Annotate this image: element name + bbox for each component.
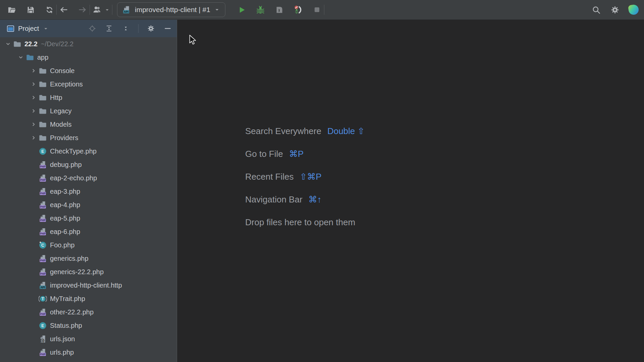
svg-text:API: API — [124, 10, 128, 13]
tree-item-label: other-22.2.php — [50, 308, 94, 316]
panel-title: Project — [18, 25, 39, 33]
stop-icon[interactable] — [312, 5, 322, 15]
editor-area[interactable]: Search EverywhereDouble ⇧Go to File⌘PRec… — [177, 20, 644, 362]
svg-text:API: API — [40, 286, 45, 289]
settings-gear-icon[interactable] — [610, 5, 620, 15]
tree-item-label: Console — [50, 67, 74, 75]
toolbar-divider — [56, 5, 57, 15]
chevron-down-icon[interactable] — [42, 24, 49, 33]
shortcut-hint-keys: Double ⇧ — [327, 126, 365, 136]
tree-item-providers[interactable]: Providers — [0, 131, 177, 144]
shortcut-hint-row: Navigation Bar⌘↑ — [245, 194, 365, 205]
tree-item-generics.php[interactable]: PHPgenerics.php — [0, 252, 177, 265]
save-all-icon[interactable] — [25, 5, 36, 15]
chevron-right-icon[interactable] — [29, 120, 38, 128]
folder-icon — [38, 80, 47, 88]
php-icon: PHP — [38, 267, 47, 276]
shortcut-hint-keys: ⇧⌘P — [300, 172, 322, 182]
user-avatar[interactable] — [628, 4, 639, 15]
panel-header-divider — [138, 24, 139, 33]
enum-icon: E — [38, 321, 47, 330]
tree-item-eap-4.php[interactable]: PHPeap-4.php — [0, 198, 177, 212]
tree-item-other-22.2.php[interactable]: PHPother-22.2.php — [0, 305, 177, 319]
user-dropdown-icon[interactable] — [92, 5, 102, 15]
locate-icon[interactable] — [88, 24, 97, 33]
php-icon: PHP — [38, 174, 47, 182]
tree-item-22.2[interactable]: 22.2~/Dev/22.2 — [0, 37, 177, 51]
tree-item-eap-5.php[interactable]: PHPeap-5.php — [0, 212, 177, 225]
expand-all-icon[interactable] — [105, 24, 113, 33]
tree-item-label: app — [37, 54, 48, 61]
sync-icon[interactable] — [44, 5, 54, 15]
tree-item-console[interactable]: Console — [0, 64, 177, 77]
hide-panel-icon[interactable] — [163, 24, 172, 33]
start-listening-php-debug-icon[interactable] — [293, 5, 303, 15]
chevron-right-icon[interactable] — [29, 67, 38, 75]
chevron-right-icon[interactable] — [29, 80, 38, 88]
chevron-right-icon[interactable] — [29, 94, 38, 102]
settings-gear-icon[interactable] — [147, 24, 155, 33]
tree-item-label: eap-4.php — [50, 201, 80, 209]
svg-text:PHP: PHP — [40, 232, 46, 235]
tree-item-label: generics.php — [50, 255, 89, 262]
tree-item-urls.php[interactable]: PHPurls.php — [0, 346, 177, 359]
php-icon: PHP — [38, 308, 47, 316]
chevron-right-icon[interactable] — [29, 134, 38, 142]
tree-item-exceptions[interactable]: Exceptions — [0, 77, 177, 91]
folder-icon — [13, 40, 21, 48]
tree-item-eap-6.php[interactable]: PHPeap-6.php — [0, 225, 177, 238]
project-tool-window-header[interactable]: Project — [0, 20, 177, 37]
tree-item-label: improved-http-client.http — [50, 282, 122, 289]
folder-source-icon — [25, 53, 34, 62]
tree-item-mytrait.php[interactable]: TMyTrait.php — [0, 292, 177, 305]
tree-item-foo.php[interactable]: CFoo.php — [0, 238, 177, 252]
tree-item-checktype.php[interactable]: ECheckType.php — [0, 144, 177, 158]
tree-item-generics-22.2.php[interactable]: PHPgenerics-22.2.php — [0, 265, 177, 279]
svg-text:{}: {} — [41, 339, 43, 343]
open-file-icon[interactable] — [7, 5, 17, 15]
tree-item-partial[interactable]: PHP — [0, 359, 177, 362]
class-icon: C — [38, 241, 47, 249]
search-everywhere-icon[interactable] — [591, 5, 601, 15]
tree-indent — [29, 335, 38, 343]
chevron-right-icon[interactable] — [29, 107, 38, 115]
tree-indent — [29, 308, 38, 316]
forward-icon[interactable] — [77, 5, 88, 15]
tree-item-label: MyTrait.php — [50, 295, 85, 303]
tree-item-urls.json[interactable]: {}urls.json — [0, 332, 177, 346]
tree-item-label: eap-2-echo.php — [50, 174, 97, 182]
tree-item-models[interactable]: Models — [0, 118, 177, 131]
tree-item-eap-3.php[interactable]: PHPeap-3.php — [0, 185, 177, 198]
php-icon: PHP — [38, 348, 47, 357]
chevron-down-icon[interactable] — [104, 5, 110, 15]
drop-files-hint: Drop files here to open them — [245, 217, 365, 228]
collapse-all-icon[interactable] — [121, 24, 130, 33]
api-icon: API — [38, 281, 47, 290]
run-with-coverage-icon[interactable] — [274, 5, 284, 15]
tree-item-eap-2-echo.php[interactable]: PHPeap-2-echo.php — [0, 171, 177, 185]
tree-item-legacy[interactable]: Legacy — [0, 104, 177, 118]
tree-indent — [29, 321, 38, 329]
tree-indent — [29, 147, 38, 155]
tree-item-status.php[interactable]: EStatus.php — [0, 319, 177, 332]
tree-indent — [29, 228, 38, 236]
php-icon: PHP — [38, 200, 47, 209]
shortcut-hint-keys: ⌘↑ — [309, 194, 322, 205]
tree-indent — [29, 254, 38, 262]
shortcut-hint-row: Search EverywhereDouble ⇧ — [245, 125, 365, 137]
debug-icon[interactable] — [256, 5, 266, 15]
tree-item-improved-http-client.http[interactable]: APIimproved-http-client.http — [0, 279, 177, 292]
chevron-down-icon[interactable] — [16, 53, 25, 61]
back-icon[interactable] — [59, 5, 69, 15]
run-configuration-select[interactable]: API improved-http-client | #1 — [117, 2, 225, 17]
tree-item-label: Http — [50, 94, 62, 102]
tree-indent — [29, 214, 38, 222]
shortcut-hint-label: Navigation Bar — [245, 194, 303, 205]
chevron-down-icon[interactable] — [3, 40, 13, 48]
enum-icon: E — [38, 147, 47, 156]
tree-item-http[interactable]: Http — [0, 91, 177, 104]
json-icon: {} — [38, 335, 47, 343]
tree-item-debug.php[interactable]: PHPdebug.php — [0, 158, 177, 171]
tree-item-app[interactable]: app — [0, 51, 177, 64]
run-icon[interactable] — [237, 5, 247, 15]
